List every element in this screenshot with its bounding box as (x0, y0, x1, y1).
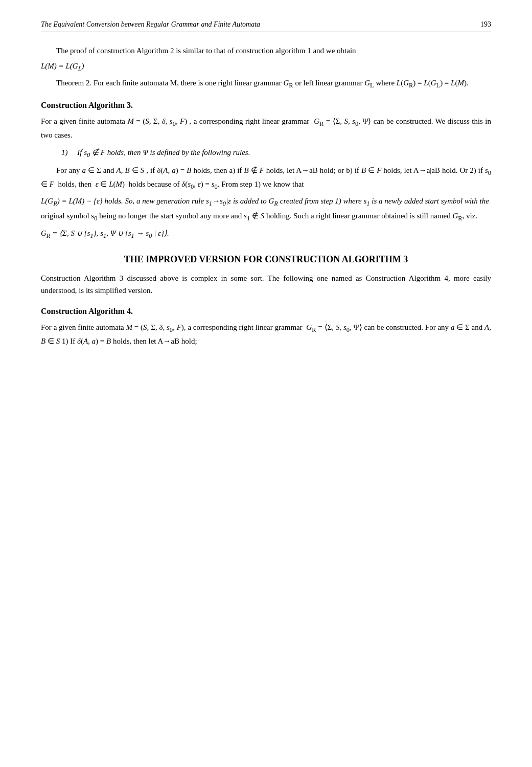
alg4-intro: For a given finite automata M = (S, Σ, δ… (41, 321, 491, 347)
section-heading-alg4: Construction Algorithm 4. (41, 307, 491, 316)
sec2-intro: Construction Algorithm 3 discussed above… (41, 272, 491, 297)
header-title: The Equivalent Conversion between Regula… (41, 20, 260, 29)
big-section-heading: THE IMPROVED VERSION FOR CONSTRUCTION AL… (41, 254, 491, 265)
page: The Equivalent Conversion between Regula… (0, 0, 532, 767)
formula-lm-lgl: L(M) = L(GL) (41, 62, 491, 73)
case-1-continued: original symbol s0 being no longer the s… (41, 210, 491, 223)
case-1-heading: 1) If s0 ∉ F holds, then Ψ is defined by… (61, 146, 491, 160)
formula-gr-full: GR = ⟨Σ, S ∪ {s1}, s1, Ψ ∪ {s1 → s0 | ε}… (41, 229, 491, 240)
page-number: 193 (480, 20, 491, 29)
theorem-2: Theorem 2. For each finite automata M, t… (41, 77, 491, 91)
formula-lgr: L(GR) = L(M) − {ε} holds. So, a new gene… (41, 197, 491, 208)
case-1-detail: For any a ∈ Σ and A, B ∈ S , if δ(A, a) … (41, 164, 491, 192)
paragraph-1: The proof of construction Algorithm 2 is… (41, 44, 491, 57)
alg3-intro: For a given finite automata M = (S, Σ, δ… (41, 115, 491, 141)
section-heading-alg3: Construction Algorithm 3. (41, 101, 491, 110)
page-header: The Equivalent Conversion between Regula… (41, 20, 491, 32)
